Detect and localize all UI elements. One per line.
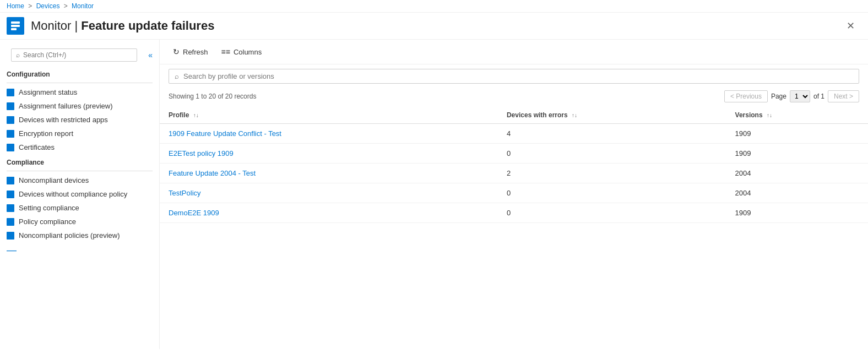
sidebar-item-label: Assignment failures (preview) <box>19 102 113 110</box>
profile-link[interactable]: DemoE2E 1909 <box>169 209 219 217</box>
toolbar: ↻ Refresh ≡≡ Columns <box>160 40 868 64</box>
sidebar-item-noncompliant-policies[interactable]: Noncompliant policies (preview) <box>0 229 159 242</box>
collapse-button[interactable]: « <box>146 51 155 59</box>
sort-arrows-devices: ↑↓ <box>572 112 577 118</box>
table-row: DemoE2E 1909 0 1909 <box>160 203 868 223</box>
header-left: Monitor | Feature update failures <box>7 17 214 35</box>
breadcrumb-devices[interactable]: Devices <box>36 2 60 10</box>
sidebar-item-policy-compliance[interactable]: Policy compliance <box>0 215 159 229</box>
sidebar-item-label: Noncompliant devices <box>19 176 89 184</box>
table-row: E2ETest policy 1909 0 1909 <box>160 144 868 164</box>
search-icon: ⌕ <box>175 72 179 80</box>
devices-errors-cell: 0 <box>498 183 726 203</box>
sidebar-icon <box>7 144 14 151</box>
sidebar-item-label: Certificates <box>19 143 55 151</box>
sidebar: ⌕ « Configuration Assignment status Assi… <box>0 40 160 349</box>
sidebar-divider-1 <box>7 83 153 83</box>
next-button[interactable]: Next > <box>828 90 859 102</box>
sidebar-item-assignment-status[interactable]: Assignment status <box>0 85 159 99</box>
sidebar-icon <box>7 102 14 110</box>
profile-link[interactable]: Feature Update 2004 - Test <box>169 169 256 177</box>
page-label: Page <box>771 93 786 100</box>
sidebar-icon <box>7 204 14 212</box>
close-button[interactable]: ✕ <box>842 18 859 34</box>
profile-link[interactable]: TestPolicy <box>169 189 201 197</box>
sidebar-item-label: Assignment status <box>19 88 77 96</box>
sidebar-item-encryption-report[interactable]: Encryption report <box>0 127 159 140</box>
column-header-devices-errors[interactable]: Devices with errors ↑↓ <box>498 107 726 124</box>
content-search-input[interactable] <box>183 72 853 80</box>
svg-rect-2 <box>11 28 17 30</box>
section-label-configuration: Configuration <box>0 66 159 80</box>
sidebar-item-label: Devices with restricted apps <box>19 116 108 124</box>
sidebar-item-label: Policy compliance <box>19 217 76 226</box>
sidebar-search-input[interactable] <box>23 51 132 59</box>
content-area: ↻ Refresh ≡≡ Columns ⌕ Showing 1 to 20 o… <box>160 40 868 349</box>
section-label-compliance: Compliance <box>0 154 159 168</box>
columns-button[interactable]: ≡≡ Columns <box>217 45 267 58</box>
page-icon <box>7 17 24 35</box>
page-select[interactable]: 1 <box>790 90 810 102</box>
refresh-button[interactable]: ↻ Refresh <box>169 45 213 58</box>
svg-rect-1 <box>11 25 20 27</box>
sidebar-icon <box>7 191 14 198</box>
sidebar-icon <box>7 218 14 226</box>
sidebar-item-setting-compliance[interactable]: Setting compliance <box>0 201 159 215</box>
content-search-box[interactable]: ⌕ <box>169 69 859 84</box>
sidebar-search-box[interactable]: ⌕ <box>11 48 137 62</box>
sidebar-icon <box>7 232 14 240</box>
table-row: TestPolicy 0 2004 <box>160 183 868 203</box>
sidebar-item-label: Setting compliance <box>19 204 79 212</box>
profile-link[interactable]: E2ETest policy 1909 <box>169 149 234 157</box>
column-header-versions[interactable]: Versions ↑↓ <box>726 107 868 124</box>
table-row: Feature Update 2004 - Test 2 2004 <box>160 164 868 183</box>
breadcrumb: Home > Devices > Monitor <box>7 2 94 10</box>
versions-cell: 2004 <box>726 164 868 183</box>
sidebar-item-label: Noncompliant policies (preview) <box>19 231 120 240</box>
devices-errors-cell: 0 <box>498 144 726 164</box>
sidebar-item-restricted-apps[interactable]: Devices with restricted apps <box>0 113 159 127</box>
sidebar-icon <box>7 130 14 138</box>
records-info: Showing 1 to 20 of 20 records <box>169 93 256 100</box>
versions-cell: 1909 <box>726 144 868 164</box>
versions-cell: 1909 <box>726 124 868 144</box>
sidebar-item-certificates[interactable]: Certificates <box>0 140 159 154</box>
versions-cell: 1909 <box>726 203 868 223</box>
sidebar-divider-2 <box>7 171 153 171</box>
sort-arrows-versions: ↑↓ <box>767 112 772 118</box>
table-row: 1909 Feature Update Conflict - Test 4 19… <box>160 124 868 144</box>
sidebar-icon <box>7 116 14 124</box>
column-header-profile[interactable]: Profile ↑↓ <box>160 107 498 124</box>
data-table: Profile ↑↓ Devices with errors ↑↓ Versio… <box>160 107 868 223</box>
refresh-icon: ↻ <box>173 47 180 56</box>
pagination: < Previous Page 1 of 1 Next > <box>724 90 859 102</box>
records-info-row: Showing 1 to 20 of 20 records < Previous… <box>160 88 868 107</box>
versions-cell: 2004 <box>726 183 868 203</box>
sidebar-item-no-compliance-policy[interactable]: Devices without compliance policy <box>0 187 159 201</box>
breadcrumb-monitor[interactable]: Monitor <box>72 2 94 10</box>
sidebar-icon <box>7 177 14 184</box>
sidebar-icon <box>7 89 14 96</box>
profile-link[interactable]: 1909 Feature Update Conflict - Test <box>169 129 281 138</box>
page-header: Monitor | Feature update failures ✕ <box>0 13 868 40</box>
breadcrumb-bar: Home > Devices > Monitor <box>0 0 868 13</box>
page-title: Monitor | Feature update failures <box>31 19 214 33</box>
search-icon: ⌕ <box>16 51 20 59</box>
sidebar-item-label: Devices without compliance policy <box>19 190 127 198</box>
devices-errors-cell: 4 <box>498 124 726 144</box>
svg-rect-0 <box>11 21 20 24</box>
sidebar-item-label: Encryption report <box>19 129 73 138</box>
breadcrumb-home[interactable]: Home <box>7 2 24 10</box>
main-layout: ⌕ « Configuration Assignment status Assi… <box>0 40 868 349</box>
sidebar-item-assignment-failures[interactable]: Assignment failures (preview) <box>0 99 159 113</box>
sidebar-item-noncompliant-devices[interactable]: Noncompliant devices <box>0 173 159 187</box>
previous-button[interactable]: < Previous <box>724 90 768 102</box>
of-label: of 1 <box>813 93 824 100</box>
devices-errors-cell: 0 <box>498 203 726 223</box>
devices-errors-cell: 2 <box>498 164 726 183</box>
columns-icon: ≡≡ <box>221 47 230 56</box>
sort-arrows-profile: ↑↓ <box>193 112 199 118</box>
